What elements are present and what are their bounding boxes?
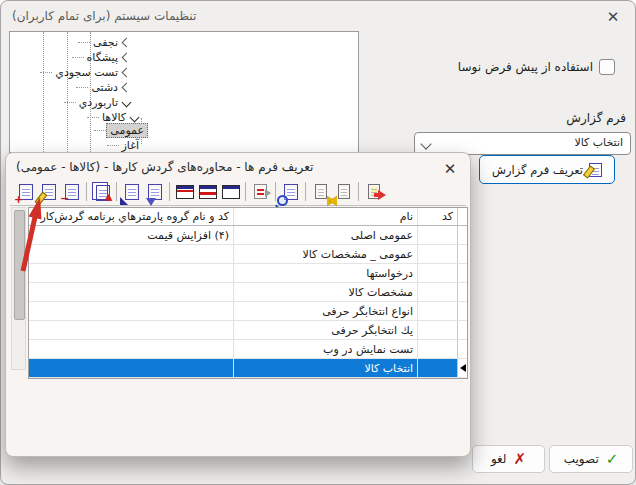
users-tree-panel: نجفی پیشگاه تست سجودي دشتی تاربوردي [9,31,359,153]
combobox-value: انتخاب کالا [574,136,623,149]
tree-item-najafi[interactable]: نجفی [78,35,132,49]
toolbar-separator [169,182,170,201]
toolbar-separator [305,182,306,201]
tree-item-omumi[interactable]: عمومی [94,123,148,137]
table-row-selected[interactable]: انتخاب کالا [29,359,467,378]
cancel-button[interactable]: لغو ✗ [472,445,545,473]
chevron-collapsed-icon[interactable] [122,37,132,47]
table-row[interactable]: مشخصات کالا [29,283,467,302]
import-form-icon[interactable] [120,180,143,204]
form-edit-icon [589,163,602,177]
chevron-down-icon [420,138,431,149]
window-header-redline-icon[interactable] [173,180,196,204]
window-header-redbar-icon[interactable] [196,180,219,204]
forms-table: کد نام کد و نام گروه پارمترهاي برنامه گر… [28,207,468,379]
table-row[interactable]: درخواستها [29,264,467,283]
chevron-expanded-icon[interactable] [130,112,140,122]
tree-rail [43,32,44,152]
forms-toolbar: + − [10,178,466,206]
add-form-icon[interactable]: + [14,180,37,204]
child-dialog-title: تعریف فرم ها - محاوره‌های گردش کارها - (… [16,160,313,174]
tree-item-aghaz[interactable]: آغاز [107,138,142,152]
green-check-icon: ✓ [606,452,619,466]
window-header-icon[interactable] [219,180,242,204]
page-prev-icon[interactable] [332,180,355,204]
table-row[interactable]: عمومی _ مشخصات کالا [29,245,467,264]
use-default-label: استفاده از پیش فرض نوسا [458,60,593,74]
table-header-row: کد نام کد و نام گروه پارمترهاي برنامه گر… [29,208,467,226]
ok-button[interactable]: تصویب ✓ [549,445,633,473]
toolbar-separator [275,182,276,201]
use-default-checkbox[interactable] [599,59,615,75]
use-default-row: استفاده از پیش فرض نوسا [458,59,615,75]
dialog-title: تنظیمات سیستم (برای تمام کاربران) [12,9,196,23]
table-row[interactable]: تست نمایش در وب [29,340,467,359]
table-row[interactable]: یك انتخابگر حرفی [29,321,467,340]
chevron-collapsed-icon[interactable] [122,52,132,62]
define-forms-dialog: تعریف فرم ها - محاوره‌های گردش کارها - (… [5,152,471,457]
copy-form-icon[interactable] [90,180,113,204]
tree-item-test-sojudi[interactable]: تست سجودي [40,65,132,79]
toolbar-separator [358,182,359,201]
close-icon[interactable]: ✕ [440,159,460,179]
export-form-icon[interactable] [143,180,166,204]
delete-form-icon[interactable]: − [60,180,83,204]
tree-item-tarbordi[interactable]: تاربوردي [64,95,132,109]
toolbar-separator [116,182,117,201]
scrollbar-thumb[interactable] [14,210,25,320]
red-x-icon: ✗ [514,452,527,466]
toolbar-separator [245,182,246,201]
toolbar-separator [86,182,87,201]
define-report-form-button[interactable]: تعریف فرم گزارش [479,155,615,184]
preview-form-icon[interactable] [279,180,302,204]
chevron-collapsed-icon[interactable] [122,82,132,92]
table-row[interactable]: انواع انتخابگر حرفی [29,302,467,321]
red-list-arrow-icon[interactable] [249,180,272,204]
column-header-code[interactable]: کد [417,208,457,225]
exit-icon[interactable] [362,180,385,204]
edit-form-icon[interactable] [37,180,60,204]
column-header-group[interactable]: کد و نام گروه پارمترهاي برنامه گردش‌کار [29,208,233,225]
chevron-expanded-icon[interactable] [122,97,132,107]
table-scrollbar[interactable] [11,207,26,370]
current-row-marker-icon [460,364,466,372]
system-settings-dialog: تنظیمات سیستم (برای تمام کاربران) ✕ نجفی… [0,0,636,485]
tree-item-pishgah[interactable]: پیشگاه [72,50,132,64]
table-row[interactable]: عمومی اصلی (۴) افزایش قیمت [29,226,467,245]
screenshot-stage: تنظیمات سیستم (برای تمام کاربران) ✕ نجفی… [0,0,636,485]
chevron-collapsed-icon[interactable] [122,67,132,77]
close-icon[interactable]: ✕ [603,7,623,27]
tree-rail [67,32,68,152]
column-header-name[interactable]: نام [233,208,417,225]
tree-item-dashti[interactable]: دشتی [76,80,132,94]
report-form-label: فرم گزارش [566,111,626,125]
